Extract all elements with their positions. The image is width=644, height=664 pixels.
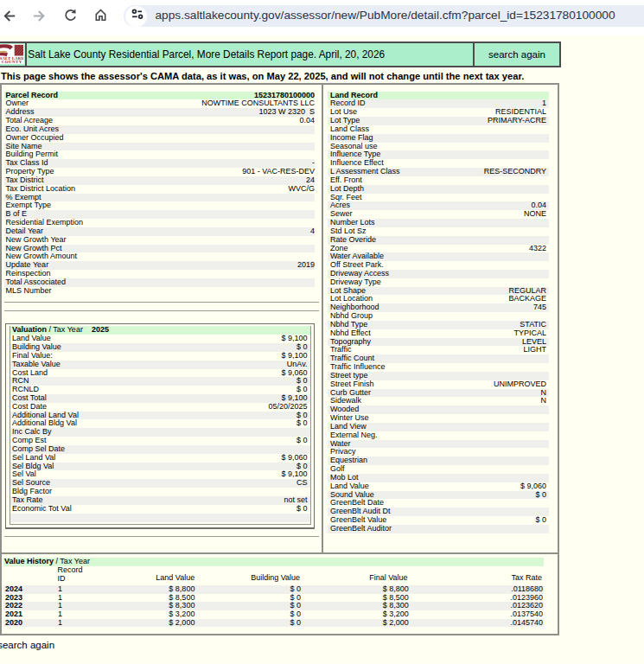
svg-text:COUNTY: COUNTY xyxy=(2,60,22,64)
